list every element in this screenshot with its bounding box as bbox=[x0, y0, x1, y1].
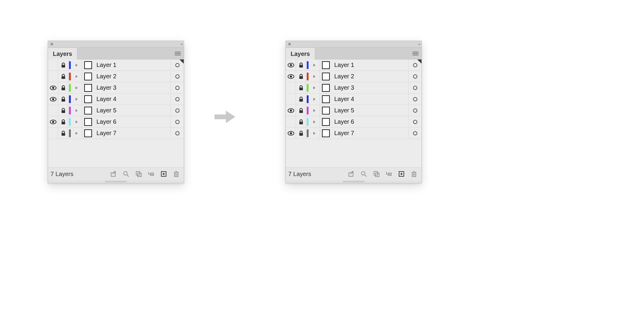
layer-thumbnail[interactable] bbox=[320, 128, 332, 139]
layer-thumbnail[interactable] bbox=[82, 82, 94, 93]
expand-toggle[interactable] bbox=[309, 59, 320, 71]
visibility-toggle[interactable] bbox=[286, 116, 296, 127]
layer-name[interactable]: Layer 2 bbox=[332, 71, 408, 82]
expand-toggle[interactable] bbox=[71, 128, 82, 139]
collect-for-export-icon[interactable] bbox=[346, 169, 356, 178]
collapse-icon[interactable]: « bbox=[418, 42, 420, 46]
layer-row[interactable]: Layer 1 bbox=[48, 59, 184, 71]
visibility-toggle[interactable] bbox=[48, 71, 58, 82]
lock-toggle[interactable] bbox=[58, 82, 68, 93]
expand-toggle[interactable] bbox=[71, 82, 82, 93]
layer-thumbnail[interactable] bbox=[82, 116, 94, 127]
resize-grip[interactable] bbox=[286, 180, 421, 183]
tab-layers[interactable]: Layers bbox=[286, 48, 315, 59]
delete-layer-icon[interactable] bbox=[171, 169, 181, 178]
target-button[interactable] bbox=[408, 94, 421, 105]
new-layer-icon[interactable] bbox=[159, 169, 169, 178]
layer-name[interactable]: Layer 6 bbox=[94, 116, 171, 127]
expand-toggle[interactable] bbox=[309, 94, 320, 105]
visibility-toggle[interactable] bbox=[48, 82, 58, 93]
layer-name[interactable]: Layer 6 bbox=[332, 116, 408, 127]
target-button[interactable] bbox=[408, 128, 421, 139]
resize-grip[interactable] bbox=[48, 180, 184, 183]
expand-toggle[interactable] bbox=[71, 71, 82, 82]
locate-object-icon[interactable] bbox=[121, 169, 131, 178]
expand-toggle[interactable] bbox=[71, 59, 82, 71]
layer-row[interactable]: Layer 7 bbox=[286, 128, 421, 139]
lock-toggle[interactable] bbox=[58, 94, 68, 105]
layer-thumbnail[interactable] bbox=[320, 116, 332, 127]
visibility-toggle[interactable] bbox=[286, 128, 296, 139]
new-layer-icon[interactable] bbox=[396, 169, 407, 178]
clipping-mask-icon[interactable] bbox=[134, 169, 144, 178]
expand-toggle[interactable] bbox=[309, 128, 320, 139]
layer-thumbnail[interactable] bbox=[82, 128, 94, 139]
close-icon[interactable]: ✕ bbox=[50, 42, 54, 46]
target-button[interactable] bbox=[408, 116, 421, 127]
layer-thumbnail[interactable] bbox=[320, 82, 332, 93]
layer-row[interactable]: Layer 1 bbox=[286, 59, 421, 71]
lock-toggle[interactable] bbox=[296, 128, 306, 139]
new-sublayer-icon[interactable] bbox=[146, 169, 156, 178]
target-button[interactable] bbox=[171, 94, 184, 105]
layer-thumbnail[interactable] bbox=[320, 71, 332, 82]
layer-name[interactable]: Layer 4 bbox=[332, 94, 408, 105]
visibility-toggle[interactable] bbox=[48, 94, 58, 105]
layer-name[interactable]: Layer 7 bbox=[94, 128, 171, 139]
visibility-toggle[interactable] bbox=[48, 128, 58, 139]
target-button[interactable] bbox=[171, 105, 184, 116]
expand-toggle[interactable] bbox=[71, 94, 82, 105]
lock-toggle[interactable] bbox=[296, 71, 306, 82]
layer-name[interactable]: Layer 1 bbox=[332, 59, 408, 71]
target-button[interactable] bbox=[171, 128, 184, 139]
visibility-toggle[interactable] bbox=[48, 116, 58, 127]
target-button[interactable] bbox=[408, 71, 421, 82]
visibility-toggle[interactable] bbox=[286, 105, 296, 116]
lock-toggle[interactable] bbox=[296, 94, 306, 105]
panel-menu-icon[interactable] bbox=[172, 48, 184, 59]
visibility-toggle[interactable] bbox=[286, 94, 296, 105]
visibility-toggle[interactable] bbox=[48, 105, 58, 116]
layer-row[interactable]: Layer 7 bbox=[48, 128, 184, 139]
clipping-mask-icon[interactable] bbox=[371, 169, 381, 178]
layer-thumbnail[interactable] bbox=[82, 71, 94, 82]
layer-thumbnail[interactable] bbox=[320, 105, 332, 116]
target-button[interactable] bbox=[171, 82, 184, 93]
expand-toggle[interactable] bbox=[309, 82, 320, 93]
lock-toggle[interactable] bbox=[58, 59, 68, 71]
delete-layer-icon[interactable] bbox=[409, 169, 419, 178]
collapse-icon[interactable]: « bbox=[181, 42, 182, 46]
layer-name[interactable]: Layer 4 bbox=[94, 94, 171, 105]
layer-name[interactable]: Layer 3 bbox=[332, 82, 408, 93]
visibility-toggle[interactable] bbox=[48, 59, 58, 71]
layer-row[interactable]: Layer 6 bbox=[48, 116, 184, 128]
layer-name[interactable]: Layer 3 bbox=[94, 82, 171, 93]
layer-row[interactable]: Layer 4 bbox=[286, 94, 421, 105]
close-icon[interactable]: ✕ bbox=[288, 42, 292, 46]
expand-toggle[interactable] bbox=[309, 116, 320, 127]
panel-menu-icon[interactable] bbox=[410, 48, 421, 59]
layer-row[interactable]: Layer 4 bbox=[48, 94, 184, 105]
collect-for-export-icon[interactable] bbox=[108, 169, 119, 178]
lock-toggle[interactable] bbox=[296, 105, 306, 116]
lock-toggle[interactable] bbox=[58, 116, 68, 127]
lock-toggle[interactable] bbox=[296, 116, 306, 127]
expand-toggle[interactable] bbox=[71, 105, 82, 116]
layer-row[interactable]: Layer 2 bbox=[48, 71, 184, 82]
layer-row[interactable]: Layer 6 bbox=[286, 116, 421, 128]
layer-name[interactable]: Layer 1 bbox=[94, 59, 171, 71]
layer-thumbnail[interactable] bbox=[82, 59, 94, 71]
visibility-toggle[interactable] bbox=[286, 82, 296, 93]
expand-toggle[interactable] bbox=[309, 105, 320, 116]
new-sublayer-icon[interactable] bbox=[384, 169, 394, 178]
layer-thumbnail[interactable] bbox=[82, 105, 94, 116]
locate-object-icon[interactable] bbox=[359, 169, 369, 178]
lock-toggle[interactable] bbox=[296, 59, 306, 71]
layer-thumbnail[interactable] bbox=[82, 94, 94, 105]
expand-toggle[interactable] bbox=[71, 116, 82, 127]
target-button[interactable] bbox=[408, 105, 421, 116]
layer-name[interactable]: Layer 7 bbox=[332, 128, 408, 139]
layer-thumbnail[interactable] bbox=[320, 94, 332, 105]
lock-toggle[interactable] bbox=[58, 105, 68, 116]
target-button[interactable] bbox=[171, 116, 184, 127]
